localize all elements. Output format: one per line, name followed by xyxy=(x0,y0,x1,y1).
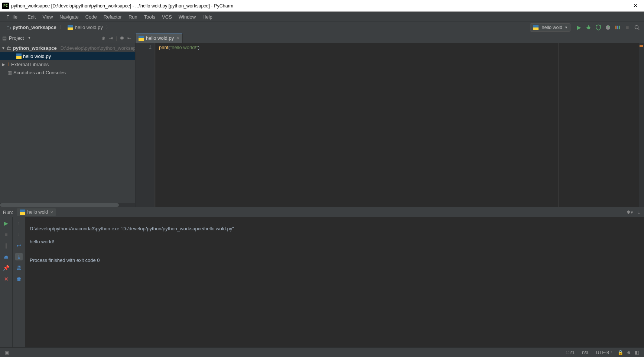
status-context[interactable]: n/a xyxy=(578,350,592,355)
library-icon: ⫴ xyxy=(7,61,10,67)
tree-root-path: D:\develop\python\python_worksapce xyxy=(61,45,135,51)
clear-all-button[interactable]: 🗑 xyxy=(15,275,23,283)
console-output-line: hello world! xyxy=(30,238,640,246)
tool-windows-button[interactable]: ▣ xyxy=(3,350,11,355)
pycharm-logo-icon: PC xyxy=(2,3,9,9)
menu-navigate[interactable]: Navigate xyxy=(56,12,82,22)
chevron-right-icon: 〉 xyxy=(105,24,111,30)
tree-external-libraries[interactable]: ▶ ⫴ External Libraries xyxy=(0,60,135,68)
menu-view[interactable]: View xyxy=(39,12,56,22)
pin-button[interactable]: 📌 xyxy=(3,264,10,272)
menu-file[interactable]: File xyxy=(3,12,24,22)
breadcrumb-project-label: python_worksapce xyxy=(13,25,56,30)
run-button[interactable]: ▶ xyxy=(575,23,583,32)
memory-indicator-button[interactable]: ◧ xyxy=(633,350,641,355)
search-everywhere-button[interactable] xyxy=(632,23,641,32)
project-panel-title[interactable]: Project xyxy=(9,35,24,41)
close-run-button[interactable]: ✕ xyxy=(3,275,10,283)
menu-edit[interactable]: Edit xyxy=(24,12,39,22)
scroll-to-end-button[interactable]: ⤓ xyxy=(15,253,23,260)
folder-icon: 🗀 xyxy=(7,45,12,51)
console-exit-line: Process finished with exit code 0 xyxy=(30,257,640,264)
code-editor[interactable]: 1 print("hello world!") xyxy=(136,43,644,207)
tree-file-hello-wold[interactable]: hello wold.py xyxy=(0,52,135,60)
run-hide-button[interactable]: ⤓ xyxy=(637,210,641,215)
breadcrumb-file[interactable]: hello wold.py xyxy=(65,25,105,30)
svg-rect-7 xyxy=(619,26,620,29)
stop-button[interactable]: ■ xyxy=(623,23,632,32)
menu-run[interactable]: Run xyxy=(125,12,141,22)
breadcrumb-file-label: hello wold.py xyxy=(75,25,103,30)
folder-icon: 🗀 xyxy=(6,25,11,30)
project-tree[interactable]: ▼ 🗀 python_worksapce D:\develop\python\p… xyxy=(0,43,135,207)
run-config-tab-label: hello wold xyxy=(27,210,48,215)
tree-external-label: External Libraries xyxy=(11,62,49,67)
close-tab-button[interactable]: ✕ xyxy=(176,36,179,40)
tree-file-label: hello wold.py xyxy=(23,53,51,59)
debug-button[interactable] xyxy=(584,23,593,32)
navigation-bar: 🗀 python_worksapce 〉 hello wold.py 〉 hel… xyxy=(0,22,644,33)
print-button[interactable]: 🖶 xyxy=(15,264,23,272)
menu-bar: File Edit View Navigate Code Refactor Ru… xyxy=(0,12,644,22)
window-title: python_worksapce [D:\develop\python\pyth… xyxy=(11,3,233,9)
project-tree-scrollbar[interactable] xyxy=(0,203,135,207)
run-config-tab[interactable]: hello wold ✕ xyxy=(17,208,56,216)
gutter: 1 xyxy=(136,43,155,207)
title-bar: PC python_worksapce [D:\develop\python\p… xyxy=(0,0,644,12)
editor-tab-hello-wold[interactable]: hello wold.py ✕ xyxy=(136,33,183,43)
exit-button[interactable]: ⏏ xyxy=(3,253,10,260)
window-maximize-button[interactable]: ☐ xyxy=(610,0,627,12)
down-stack-button[interactable]: ↓ xyxy=(15,231,23,238)
line-number: 1 xyxy=(136,45,152,50)
code-token-paren: ) xyxy=(198,45,199,50)
chevron-down-icon[interactable]: ▼ xyxy=(27,36,31,40)
run-config-selector[interactable]: hello wold ▼ xyxy=(530,23,570,32)
chevron-down-icon: ▼ xyxy=(565,26,568,29)
rerun-button[interactable]: ▶ xyxy=(3,220,10,227)
collapse-all-button[interactable]: ⇥ xyxy=(107,35,115,41)
window-close-button[interactable]: ✕ xyxy=(627,0,644,12)
chevron-down-icon[interactable]: ▼ xyxy=(1,46,5,50)
close-run-tab-button[interactable]: ✕ xyxy=(50,210,53,214)
chevron-right-icon[interactable]: ▶ xyxy=(1,62,6,66)
tree-root-label: python_worksapce xyxy=(13,45,57,51)
python-file-icon xyxy=(139,36,144,41)
hide-button[interactable]: ⇤ xyxy=(126,35,133,41)
status-encoding: UTF-8 xyxy=(596,350,609,355)
menu-help[interactable]: Help xyxy=(199,12,216,22)
settings-button[interactable]: ✱ xyxy=(118,35,126,41)
menu-window[interactable]: Window xyxy=(175,12,199,22)
run-label: Run: xyxy=(3,210,13,215)
project-panel: ▤ Project ▼ ⊕ ⇥ | ✱ ⇤ ▼ 🗀 python_worksap… xyxy=(0,33,136,207)
run-tool-header: Run: hello wold ✕ ✱▾ ⤓ xyxy=(0,207,644,217)
run-console-output[interactable]: D:\develop\python\Anaconda3\python.exe "… xyxy=(25,217,644,347)
status-caret-position[interactable]: 1:21 xyxy=(562,350,578,355)
menu-tools[interactable]: Tools xyxy=(141,12,159,22)
pause-run-button[interactable]: ∥ xyxy=(3,242,10,249)
profiler-button[interactable] xyxy=(604,23,612,32)
run-settings-button[interactable]: ✱▾ xyxy=(627,210,633,215)
tree-root[interactable]: ▼ 🗀 python_worksapce D:\develop\python\p… xyxy=(0,44,135,52)
inspection-profile-button[interactable]: ☻ xyxy=(625,350,633,355)
readonly-toggle-button[interactable]: 🔒 xyxy=(617,350,625,355)
status-encoding-selector[interactable]: UTF-8 ⇕ xyxy=(592,350,617,355)
editor-tab-bar: hello wold.py ✕ xyxy=(136,33,644,43)
stop-run-button[interactable]: ■ xyxy=(3,231,10,238)
concurrency-button[interactable] xyxy=(613,23,622,32)
menu-refactor[interactable]: Refactor xyxy=(100,12,125,22)
coverage-button[interactable] xyxy=(594,23,603,32)
menu-vcs[interactable]: VCS xyxy=(159,12,175,22)
warning-marker-icon[interactable] xyxy=(640,45,643,47)
menu-code[interactable]: Code xyxy=(82,12,100,22)
svg-point-8 xyxy=(635,25,638,29)
locate-file-button[interactable]: ⊕ xyxy=(100,35,107,41)
chevron-right-icon: 〉 xyxy=(59,24,65,30)
svg-rect-6 xyxy=(617,26,618,29)
soft-wrap-button[interactable]: ↩ xyxy=(15,242,23,249)
editor-error-stripe[interactable] xyxy=(639,43,644,207)
up-stack-button[interactable]: ↑ xyxy=(15,220,23,227)
window-minimize-button[interactable]: — xyxy=(593,0,610,12)
run-toolbar-secondary: ↑ ↓ ↩ ⤓ 🖶 🗑 xyxy=(13,217,25,347)
breadcrumb-project[interactable]: 🗀 python_worksapce xyxy=(4,25,59,30)
tree-scratches[interactable]: ▥ Scratches and Consoles xyxy=(0,68,135,77)
